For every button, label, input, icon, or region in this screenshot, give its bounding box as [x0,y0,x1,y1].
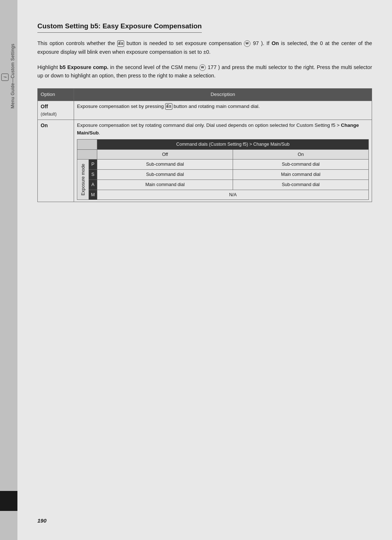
s-on: Main command dial [233,170,369,180]
mode-a: A [89,180,97,190]
mode-m: M [89,190,97,200]
off-icon-inline: E± [165,103,172,109]
sidebar-black-box [0,491,17,511]
instruction-text1: Highlight b5 Exposure comp. in the secon… [37,64,199,70]
a-on: Sub-command dial [233,180,369,190]
inner-main-header: Command dials (Custom Setting f5) > Chan… [97,139,369,149]
title-bold: Custom Setting b5: [37,22,101,30]
ref-icon-177: W [199,64,206,71]
on-desc1: Exposure compensation set by rotating co… [77,122,340,128]
table-row-on: On Exposure compensation set by rotating… [38,120,372,202]
table-header-row: Option Description [38,89,372,101]
a-off: Main command dial [97,180,233,190]
inner-empty2 [77,149,97,160]
header-option: Option [38,89,74,101]
on-description-cell: Exposure compensation set by rotating co… [74,120,372,202]
page-container: i Menu Guide—Custom Settings Custom Sett… [0,0,392,540]
default-label: (default) [41,112,57,117]
inner-header-row2: Off On [77,149,369,160]
mode-s: S [89,170,97,180]
mode-p: P [89,160,97,170]
inner-row-p: Exposure mode P Sub-command dial Sub-com… [77,160,369,170]
m-na: N/A [97,190,369,200]
intro-text2: button is needed to set exposure compens… [127,40,244,46]
intro-paragraph: This option controls whether the E± butt… [37,39,372,57]
inner-header-row1: Command dials (Custom Setting f5) > Chan… [77,139,369,149]
off-desc1: Exposure compensation set by pressing [77,104,164,109]
intro-text1: This option controls whether the [37,40,115,46]
off-option-cell: Off (default) [38,101,74,120]
sidebar-label: Menu Guide—Custom Settings [10,44,16,108]
sidebar-text: i Menu Guide—Custom Settings [1,44,16,108]
main-table: Option Description Off (default) Exposur… [37,88,372,202]
exposure-mode-label: Exposure mode [77,160,89,200]
on-desc-text: Exposure compensation set by rotating co… [77,122,369,137]
exposure-comp-icon: E± [117,40,124,47]
title-normal: Easy Exposure Compensation [101,22,202,30]
table-row-off: Off (default) Exposure compensation set … [38,101,372,120]
inner-col-off: Off [97,149,233,160]
s-off: Sub-command dial [97,170,233,180]
off-description-cell: Exposure compensation set by pressing E±… [74,101,372,120]
intro-on-bold: On [271,40,279,46]
page-title: Custom Setting b5: Easy Exposure Compens… [37,22,202,33]
header-description: Description [74,89,372,101]
inner-row-m: M N/A [77,190,369,200]
sidebar: i Menu Guide—Custom Settings [0,0,17,540]
p-off: Sub-command dial [97,160,233,170]
inner-row-s: S Sub-command dial Main command dial [77,170,369,180]
instruction-paragraph: Highlight b5 Exposure comp. in the secon… [37,63,372,81]
content-area: Custom Setting b5: Easy Exposure Compens… [17,0,392,540]
inner-empty [77,139,97,149]
on-option-cell: On [38,120,74,202]
off-desc2: button and rotating main command dial. [173,104,260,109]
ref-num-177: 177 [206,64,217,70]
on-label: On [41,122,48,128]
inner-row-a: A Main command dial Sub-command dial [77,180,369,190]
p-on: Sub-command dial [233,160,369,170]
b5-bold: b5 Exposure comp. [60,64,109,70]
ref-icon-97: W [244,40,250,47]
inner-table: Command dials (Custom Setting f5) > Chan… [77,139,369,200]
ref-num-97: 97 [251,40,259,46]
page-number: 190 [37,517,46,524]
menu-guide-icon: i [1,73,9,81]
inner-col-on: On [233,149,369,160]
off-label: Off [41,104,48,109]
